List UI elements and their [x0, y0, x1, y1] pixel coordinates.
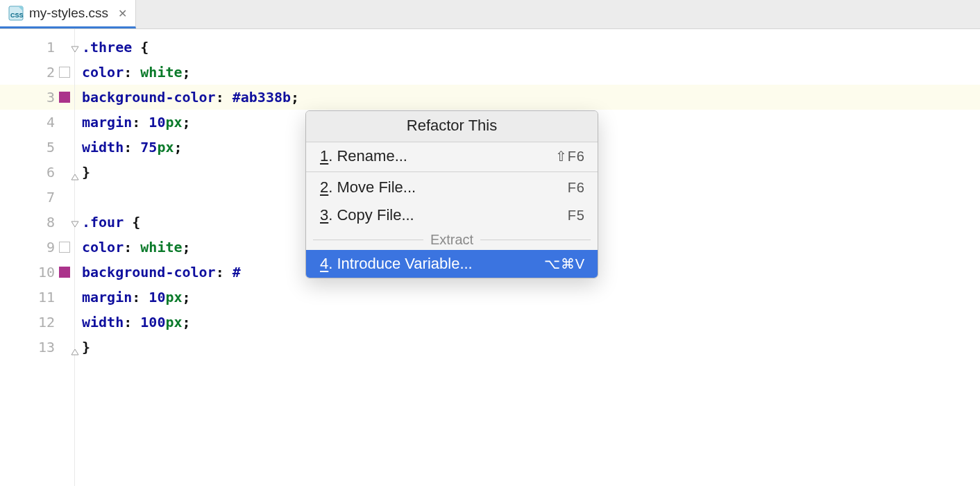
code-line[interactable]: margin: 10px;: [75, 285, 980, 310]
gutter-line: 9: [0, 235, 74, 260]
color-swatch-white[interactable]: [59, 242, 70, 253]
gutter-line: 8: [0, 210, 74, 235]
gutter-line: 4: [0, 110, 74, 135]
refactor-popup: Refactor This 1. Rename... ⇧F6 2. Move F…: [305, 110, 598, 278]
close-tab-icon[interactable]: ✕: [114, 7, 127, 20]
code-line-highlighted[interactable]: background-color: #ab338b;: [75, 85, 980, 110]
code-line[interactable]: }: [75, 335, 980, 360]
gutter-line: 10: [0, 260, 74, 285]
popup-separator: [306, 171, 598, 172]
gutter-line: 13: [0, 335, 74, 360]
gutter-line: 6: [0, 160, 74, 185]
code-line[interactable]: width: 100px;: [75, 310, 980, 335]
gutter-line: 1: [0, 35, 74, 60]
tab-bar: CSS my-styles.css ✕: [0, 0, 980, 29]
gutter-line: 2: [0, 60, 74, 85]
gutter-line: 11: [0, 285, 74, 310]
code-line[interactable]: .three {: [75, 35, 980, 60]
tab-filename: my-styles.css: [29, 6, 108, 21]
editor-tab[interactable]: CSS my-styles.css ✕: [0, 0, 136, 28]
color-swatch-ab338b[interactable]: [59, 92, 70, 103]
shortcut-text: F6: [568, 180, 585, 196]
gutter-line: 3: [0, 85, 74, 110]
css-file-icon: CSS: [8, 6, 24, 21]
popup-group-extract: Extract: [306, 229, 598, 250]
color-swatch-ab338b[interactable]: [59, 267, 70, 278]
color-swatch-white[interactable]: [59, 67, 70, 78]
gutter-line: 7: [0, 185, 74, 210]
popup-title: Refactor This: [306, 111, 598, 142]
code-line[interactable]: color: white;: [75, 60, 980, 85]
gutter: 1 2 3 4 5 6 7 8 9 10 11 12 13: [0, 29, 75, 486]
shortcut-text: ⌥⌘V: [544, 255, 585, 272]
popup-item-introduce-variable[interactable]: 4. Introduce Variable... ⌥⌘V: [306, 250, 598, 278]
shortcut-text: F5: [568, 208, 585, 224]
popup-item-rename[interactable]: 1. Rename... ⇧F6: [306, 142, 598, 170]
svg-text:CSS: CSS: [10, 12, 24, 19]
gutter-line: 5: [0, 135, 74, 160]
popup-item-move-file[interactable]: 2. Move File... F6: [306, 174, 598, 201]
popup-item-copy-file[interactable]: 3. Copy File... F5: [306, 201, 598, 229]
gutter-line: 12: [0, 310, 74, 335]
shortcut-text: ⇧F6: [555, 148, 585, 165]
